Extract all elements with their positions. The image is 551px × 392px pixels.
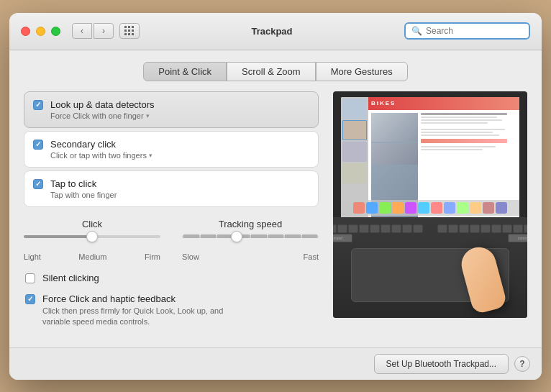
content-area: Point & Click Scroll & Zoom More Gesture…	[9, 50, 542, 347]
force-click-checkbox[interactable]	[25, 294, 35, 304]
window-title: Trackpad	[140, 26, 404, 37]
sliders-row: Click Light Medium Firm	[24, 210, 319, 264]
close-button[interactable]	[21, 27, 30, 36]
nav-buttons: ‹ ›	[72, 23, 114, 39]
click-slider-track[interactable]	[24, 235, 160, 238]
tap-to-click-title: Tap to click	[50, 178, 309, 189]
grid-icon	[124, 26, 135, 36]
preview-image: BIKES	[333, 91, 527, 318]
silent-clicking-title: Silent clicking	[42, 273, 99, 283]
tap-to-click-checkbox[interactable]	[33, 179, 43, 189]
tracking-slider-label: Tracking speed	[219, 219, 282, 229]
bottom-section: Silent clicking Force Click and haptic f…	[24, 267, 319, 331]
force-click-text: Force Click and haptic feedback Click th…	[42, 293, 244, 328]
preview-panel: BIKES	[333, 91, 527, 336]
lookup-chevron-icon: ▾	[146, 112, 150, 119]
lookup-text: Look up & data detectors Force Click wit…	[50, 99, 309, 120]
settings-panel: Look up & data detectors Force Click wit…	[24, 91, 319, 336]
silent-clicking-text: Silent clicking	[42, 273, 99, 283]
click-slider-mid: Medium	[78, 252, 106, 261]
secondary-click-setting: Secondary click Click or tap with two fi…	[24, 131, 319, 168]
force-click-title: Force Click and haptic feedback	[42, 293, 244, 304]
silent-clicking-checkbox[interactable]	[25, 273, 35, 283]
secondary-click-text: Secondary click Click or tap with two fi…	[50, 139, 309, 160]
back-button[interactable]: ‹	[72, 23, 92, 39]
preview-dock	[341, 200, 519, 216]
tab-bar: Point & Click Scroll & Zoom More Gesture…	[24, 62, 527, 81]
secondary-click-checkbox[interactable]	[33, 140, 43, 150]
tracking-slider-min: Slow	[182, 252, 199, 261]
setup-bluetooth-button[interactable]: Set Up Bluetooth Trackpad...	[374, 354, 509, 374]
tap-to-click-subtitle: Tap with one finger	[50, 191, 309, 199]
tracking-slider-max: Fast	[304, 252, 319, 261]
forward-button[interactable]: ›	[94, 23, 114, 39]
main-window: ‹ › Trackpad 🔍 Point & Click Scroll & Zo…	[9, 13, 542, 380]
main-area: Look up & data detectors Force Click wit…	[24, 91, 527, 336]
lookup-setting: Look up & data detectors Force Click wit…	[24, 91, 319, 128]
click-slider-group: Click Light Medium Firm	[24, 219, 160, 261]
traffic-lights	[21, 27, 60, 36]
minimize-button[interactable]	[36, 27, 45, 36]
tab-scroll-zoom[interactable]: Scroll & Zoom	[227, 62, 316, 81]
silent-clicking-setting: Silent clicking	[24, 270, 319, 286]
tracking-slider-labels: Slow Fast	[182, 252, 319, 261]
lookup-checkbox[interactable]	[33, 100, 43, 110]
click-slider-max: Firm	[145, 252, 160, 261]
search-icon: 🔍	[411, 26, 422, 36]
search-input[interactable]	[426, 26, 523, 36]
secondary-click-chevron-icon: ▾	[149, 152, 152, 159]
click-slider-labels: Light Medium Firm	[24, 252, 160, 261]
tracking-slider-track[interactable]	[182, 235, 319, 238]
tab-more-gestures[interactable]: More Gestures	[316, 62, 408, 81]
force-click-setting: Force Click and haptic feedback Click th…	[24, 291, 319, 331]
lookup-title: Look up & data detectors	[50, 99, 309, 110]
tab-point-click[interactable]: Point & Click	[143, 62, 227, 81]
tap-to-click-setting: Tap to click Tap with one finger	[24, 170, 319, 207]
grid-button[interactable]	[119, 23, 140, 39]
lookup-subtitle: Force Click with one finger ▾	[50, 111, 309, 120]
search-box[interactable]: 🔍	[404, 22, 530, 40]
secondary-click-subtitle: Click or tap with two fingers ▾	[50, 151, 309, 160]
secondary-click-title: Secondary click	[50, 139, 309, 150]
click-slider-thumb[interactable]	[86, 231, 98, 242]
force-click-desc: Click then press firmly for Quick Look, …	[42, 306, 244, 328]
maximize-button[interactable]	[51, 27, 60, 36]
bottom-bar: Set Up Bluetooth Trackpad... ?	[9, 347, 542, 380]
tracking-slider-thumb[interactable]	[231, 231, 242, 242]
click-slider-label: Click	[82, 219, 102, 229]
keyboard-area: option command	[333, 217, 527, 318]
tracking-slider-group: Tracking speed	[182, 219, 319, 261]
tap-to-click-text: Tap to click Tap with one finger	[50, 178, 309, 199]
click-slider-min: Light	[24, 252, 41, 261]
titlebar: ‹ › Trackpad 🔍	[9, 13, 542, 50]
help-button[interactable]: ?	[514, 356, 530, 372]
